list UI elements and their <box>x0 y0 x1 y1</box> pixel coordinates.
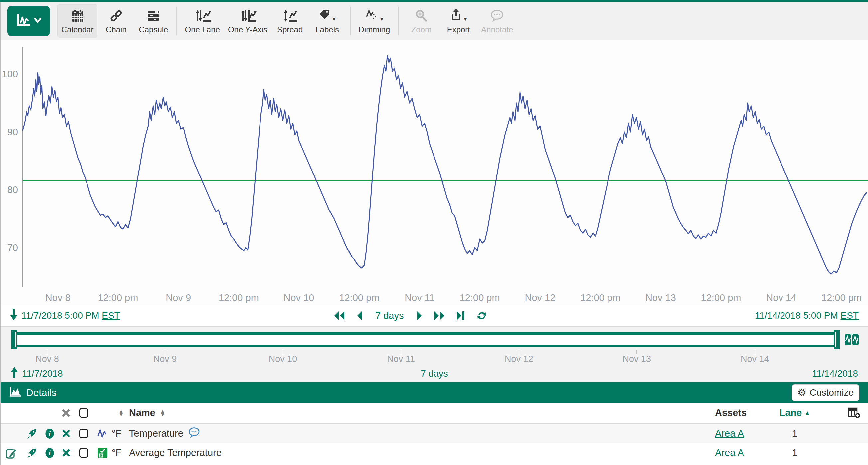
svg-text:i: i <box>49 449 51 457</box>
table-row-average-temperature: i °F Average Temperature Area A 1 <box>1 443 868 462</box>
customize-button[interactable]: ⚙ Customize <box>792 384 859 401</box>
svg-text:90: 90 <box>7 127 18 137</box>
row-checkbox[interactable] <box>79 429 88 438</box>
investigate-start-link[interactable]: 11/7/2018 <box>22 368 63 379</box>
toolbar-button-spread[interactable]: Spread <box>272 4 309 38</box>
timebar-track[interactable] <box>13 332 838 347</box>
auto-update-button[interactable] <box>844 334 859 347</box>
svg-text:Nov 12: Nov 12 <box>525 293 555 303</box>
table-row-temperature: i °F Temperature Area A 1 <box>1 424 868 443</box>
toolbar-button-capsule[interactable]: Capsule <box>135 4 172 38</box>
svg-text:100: 100 <box>2 69 18 79</box>
toolbar-button-label: Spread <box>277 25 303 34</box>
timebar-tick <box>165 350 165 354</box>
asset-link[interactable]: Area A <box>715 428 744 439</box>
svg-text:12:00 pm: 12:00 pm <box>580 293 620 303</box>
asset-swap-rocket-icon[interactable] <box>22 428 41 439</box>
toolbar-separator <box>398 7 399 35</box>
display-range-start: 11/7/2018 5:00 PM <box>21 310 99 321</box>
trend-line-icon <box>16 13 31 29</box>
formula-icon <box>93 447 112 458</box>
calendar-icon <box>71 8 84 23</box>
toolbar-separator <box>176 7 177 35</box>
refresh-icon[interactable] <box>476 310 487 321</box>
item-info-icon[interactable]: i <box>41 448 58 458</box>
step-forward-full-button[interactable] <box>434 311 445 321</box>
svg-text:i: i <box>49 430 51 438</box>
display-range-end-link[interactable]: 11/14/2018 5:00 PM EST <box>755 310 859 321</box>
investigate-duration-label[interactable]: 7 days <box>421 368 448 379</box>
column-header-lane[interactable]: Lane ▲ <box>779 407 810 419</box>
step-back-half-button[interactable] <box>356 311 363 321</box>
svg-text:Nov 14: Nov 14 <box>766 293 797 303</box>
item-name[interactable]: Average Temperature <box>129 447 222 458</box>
toolbar-button-chain[interactable]: Chain <box>97 4 135 38</box>
add-column-icon[interactable] <box>818 407 868 419</box>
step-to-end-button[interactable] <box>456 311 465 321</box>
sort-icon[interactable]: ▲▼ <box>118 410 124 417</box>
toolbar-button-dimming[interactable]: ▾ Dimming <box>355 4 394 38</box>
sort-icon[interactable]: ▲▼ <box>160 410 165 417</box>
zoom-icon <box>415 8 427 23</box>
toolbar-button-one-lane[interactable]: One Lane <box>181 4 224 38</box>
caret-down-icon: ▾ <box>464 15 467 22</box>
view-mode-button[interactable] <box>7 6 50 36</box>
timebar-axis: Nov 8Nov 9Nov 10Nov 11Nov 12Nov 13Nov 14 <box>13 350 838 365</box>
toolbar-button-labels[interactable]: ▾ Labels <box>309 4 346 38</box>
details-table-header: ▲▼ Name ▲▼ Assets Lane ▲ <box>1 403 868 424</box>
asset-swap-rocket-icon[interactable] <box>22 448 41 458</box>
chain-icon <box>110 8 123 23</box>
column-header-assets[interactable]: Assets <box>715 407 772 419</box>
svg-text:12:00 pm: 12:00 pm <box>460 293 500 303</box>
toolbar-button-label: Export <box>447 25 470 34</box>
trend-chart[interactable]: 708090100Nov 812:00 pmNov 912:00 pmNov 1… <box>1 40 868 305</box>
toolbar-button-calendar[interactable]: Calendar <box>57 4 97 38</box>
display-range-start-link[interactable]: 11/7/2018 5:00 PM EST <box>10 309 120 323</box>
remove-all-icon[interactable] <box>58 409 74 418</box>
gear-icon: ⚙ <box>798 388 806 398</box>
svg-text:12:00 pm: 12:00 pm <box>822 293 862 303</box>
annotation-bubble-icon[interactable] <box>188 427 200 440</box>
dimming-icon <box>365 9 379 23</box>
time-step-controls: 7 days <box>333 305 487 326</box>
toolbar-button-one-y-axis[interactable]: One Y-Axis <box>224 4 272 38</box>
arrow-down-icon <box>10 309 17 323</box>
svg-text:80: 80 <box>7 185 18 195</box>
arrow-up-icon <box>11 367 18 381</box>
item-name[interactable]: Temperature <box>129 428 183 439</box>
trend-chart-area: 708090100Nov 812:00 pmNov 912:00 pmNov 1… <box>1 40 868 305</box>
display-duration-label[interactable]: 7 days <box>373 310 406 322</box>
step-back-full-button[interactable] <box>333 311 345 321</box>
timebar-handle-left[interactable] <box>11 330 17 349</box>
investigate-end-link[interactable]: 11/14/2018 <box>812 368 858 379</box>
select-all-checkbox[interactable] <box>79 408 88 418</box>
item-info-icon[interactable]: i <box>41 428 58 439</box>
toolbar-button-zoom[interactable]: Zoom <box>403 4 440 38</box>
toolbar-button-annotate[interactable]: Annotate <box>477 4 517 38</box>
lane-value: 1 <box>772 428 818 439</box>
timebar-slider <box>13 330 838 350</box>
row-checkbox[interactable] <box>79 448 88 458</box>
toolbar-button-label: Dimming <box>359 25 390 34</box>
column-header-name[interactable]: Name <box>129 407 155 419</box>
toolbar-button-label: Capsule <box>139 25 168 34</box>
edit-formula-icon[interactable] <box>1 447 22 459</box>
timebar-tick-label: Nov 13 <box>622 354 651 364</box>
lane-value: 1 <box>772 447 818 458</box>
details-table: ▲▼ Name ▲▼ Assets Lane ▲ i <box>1 403 868 462</box>
step-forward-half-button[interactable] <box>416 311 423 321</box>
timebar-tick <box>637 350 637 354</box>
toolbar-button-export[interactable]: ▾ Export <box>440 4 477 38</box>
svg-text:Nov 13: Nov 13 <box>645 293 676 303</box>
timebar-tick-label: Nov 11 <box>387 354 415 364</box>
investigate-range-row: 11/7/2018 7 days 11/14/2018 <box>1 365 868 382</box>
svg-text:12:00 pm: 12:00 pm <box>98 293 138 303</box>
remove-item-icon[interactable] <box>58 429 74 438</box>
svg-text:12:00 pm: 12:00 pm <box>219 293 259 303</box>
toolbar-button-label: One Y-Axis <box>228 25 268 34</box>
timebar-handle-right[interactable] <box>834 330 840 349</box>
toolbar-button-label: One Lane <box>185 25 220 34</box>
toolbar-button-label: Zoom <box>411 25 432 34</box>
remove-item-icon[interactable] <box>58 449 74 457</box>
asset-link[interactable]: Area A <box>715 447 744 458</box>
